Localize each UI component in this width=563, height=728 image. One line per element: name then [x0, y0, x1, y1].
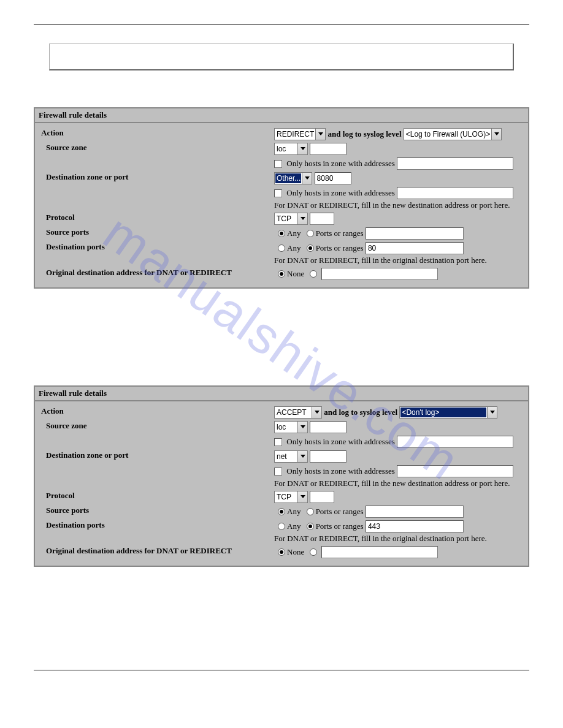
source-zone-input[interactable]: [310, 143, 347, 155]
dropdown-icon: [315, 129, 325, 140]
dest-ports-input[interactable]: 80: [366, 242, 464, 254]
protocol-select[interactable]: TCP: [274, 491, 308, 503]
protocol-input[interactable]: [310, 491, 334, 503]
protocol-label: Protocol: [39, 490, 272, 504]
source-ports-input[interactable]: [366, 506, 464, 518]
ports-ranges-label: Ports or ranges: [316, 229, 364, 238]
dest-ports-hint: For DNAT or REDIRECT, fill in the origin…: [274, 254, 522, 265]
orig-dest-none-radio[interactable]: [278, 270, 285, 278]
log-label: and log to syslog level: [324, 408, 397, 417]
dest-zone-label: Destination zone or port: [39, 449, 272, 464]
ports-ranges-label: Ports or ranges: [316, 521, 364, 531]
only-hosts-source-input[interactable]: [397, 157, 513, 170]
none-label: None: [287, 547, 304, 556]
dest-zone-input[interactable]: 8080: [315, 172, 351, 184]
dropdown-icon: [297, 213, 307, 224]
any-label: Any: [287, 521, 301, 531]
protocol-label: Protocol: [39, 211, 272, 226]
orig-dest-input[interactable]: [321, 268, 438, 280]
dropdown-icon: [297, 422, 307, 433]
dest-ports-hint: For DNAT or REDIRECT, fill in the origin…: [274, 533, 522, 544]
source-zone-input[interactable]: [310, 421, 347, 433]
firewall-rule-panel: Firewall rule details Action REDIRECT an…: [34, 107, 529, 289]
panel-title: Firewall rule details: [35, 387, 528, 401]
any-label: Any: [287, 229, 301, 238]
source-ports-any-radio[interactable]: [278, 508, 285, 515]
panel-title: Firewall rule details: [35, 108, 528, 123]
only-hosts-dest-checkbox[interactable]: [274, 189, 282, 197]
only-hosts-dest-input[interactable]: [397, 465, 513, 477]
dest-zone-hint: For DNAT or REDIRECT, fill in the new de…: [274, 477, 522, 488]
source-ports-label: Source ports: [39, 504, 272, 519]
firewall-rule-panel: Firewall rule details Action ACCEPT and …: [34, 385, 529, 567]
dest-ports-any-radio[interactable]: [278, 245, 285, 252]
dropdown-icon: [491, 129, 501, 140]
source-zone-label: Source zone: [39, 420, 272, 434]
action-label: Action: [39, 405, 272, 420]
source-ports-any-radio[interactable]: [278, 230, 285, 237]
source-ports-label: Source ports: [39, 226, 272, 241]
log-label: and log to syslog level: [328, 129, 402, 138]
dest-zone-hint: For DNAT or REDIRECT, fill in the new de…: [274, 199, 522, 210]
ports-ranges-label: Ports or ranges: [316, 243, 364, 252]
dest-zone-select[interactable]: Other...: [274, 172, 312, 184]
dropdown-icon: [487, 407, 497, 418]
log-level-select[interactable]: <Don't log>: [399, 406, 497, 419]
protocol-select[interactable]: TCP: [274, 213, 308, 225]
none-label: None: [287, 269, 304, 278]
only-hosts-source-checkbox[interactable]: [274, 160, 282, 168]
dropdown-icon: [297, 451, 307, 462]
dropdown-icon: [297, 143, 307, 154]
divider-top: [34, 25, 529, 25]
orig-dest-label: Original destination address for DNAT or…: [39, 545, 272, 559]
dest-ports-label: Destination ports: [39, 241, 272, 267]
action-select[interactable]: ACCEPT: [274, 406, 322, 419]
source-zone-select[interactable]: loc: [274, 421, 308, 433]
dest-ports-ranges-radio[interactable]: [307, 245, 314, 252]
source-zone-select[interactable]: loc: [274, 143, 308, 155]
only-hosts-dest-label: Only hosts in zone with addresses: [286, 188, 395, 197]
dest-ports-input[interactable]: 443: [366, 520, 464, 533]
orig-dest-none-radio[interactable]: [278, 548, 285, 556]
dest-zone-select[interactable]: net: [274, 450, 308, 463]
dropdown-icon: [312, 407, 321, 418]
source-zone-label: Source zone: [39, 142, 272, 156]
ports-ranges-label: Ports or ranges: [316, 507, 364, 516]
empty-inset-box: [49, 44, 514, 70]
protocol-input[interactable]: [310, 213, 334, 225]
source-ports-input[interactable]: [366, 227, 464, 240]
orig-dest-addr-radio[interactable]: [310, 270, 317, 278]
any-label: Any: [287, 243, 301, 252]
dropdown-icon: [302, 173, 312, 184]
action-label: Action: [39, 127, 272, 142]
source-ports-ranges-radio[interactable]: [307, 508, 314, 515]
dest-zone-label: Destination zone or port: [39, 171, 272, 186]
action-select[interactable]: REDIRECT: [274, 128, 326, 140]
orig-dest-label: Original destination address for DNAT or…: [39, 267, 272, 281]
divider-bottom: [34, 670, 529, 670]
only-hosts-source-input[interactable]: [397, 436, 513, 448]
only-hosts-source-label: Only hosts in zone with addresses: [286, 159, 395, 168]
log-level-select[interactable]: <Log to Firewall (ULOG)>: [404, 128, 502, 140]
dropdown-icon: [297, 491, 307, 502]
dest-ports-any-radio[interactable]: [278, 523, 285, 530]
any-label: Any: [287, 507, 301, 516]
only-hosts-source-checkbox[interactable]: [274, 438, 282, 446]
source-ports-ranges-radio[interactable]: [307, 230, 314, 237]
dest-zone-input[interactable]: [310, 450, 347, 463]
only-hosts-dest-checkbox[interactable]: [274, 468, 282, 476]
dest-ports-label: Destination ports: [39, 519, 272, 545]
dest-ports-ranges-radio[interactable]: [307, 523, 314, 530]
orig-dest-addr-radio[interactable]: [310, 548, 317, 556]
orig-dest-input[interactable]: [321, 546, 438, 558]
only-hosts-source-label: Only hosts in zone with addresses: [286, 437, 395, 446]
only-hosts-dest-input[interactable]: [397, 187, 513, 199]
only-hosts-dest-label: Only hosts in zone with addresses: [286, 466, 395, 476]
